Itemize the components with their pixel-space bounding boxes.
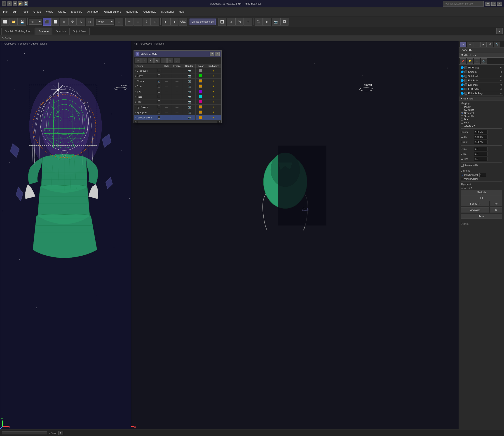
layer-hide-cell[interactable]: ──: [162, 105, 171, 110]
params-section-header[interactable]: ▾ Paramete: [459, 97, 504, 101]
realworld-checkbox[interactable]: [461, 164, 464, 167]
minimize-button[interactable]: ─: [486, 2, 490, 6]
panel-utils-tab[interactable]: 🔧: [494, 42, 500, 47]
tab-object-paint[interactable]: Object Paint: [69, 27, 90, 35]
modifier-settings-icon[interactable]: ⚙: [500, 75, 502, 78]
save-btn[interactable]: 💾: [18, 18, 26, 26]
menu-group[interactable]: Group: [31, 9, 43, 14]
layer-render-cell[interactable]: 📷: [183, 94, 196, 100]
layer-hide-cell[interactable]: ──: [162, 68, 171, 73]
layer-active-check[interactable]: [158, 106, 160, 108]
dialog-scrollbar[interactable]: ◀ ▶: [134, 120, 221, 123]
layer-add-btn[interactable]: +: [148, 58, 154, 63]
modifier-item[interactable]: Smooth ⚙: [460, 70, 503, 74]
layer-color-swatch[interactable]: [199, 95, 202, 98]
keyword-search[interactable]: [443, 1, 484, 7]
layer-check-cell[interactable]: ✓: [156, 79, 162, 84]
layer-freeze-cell[interactable]: ──: [171, 84, 183, 89]
layer-render-cell[interactable]: 📷: [183, 110, 196, 115]
mod-nav-light-btn[interactable]: 💡: [467, 58, 473, 64]
layer-check-cell[interactable]: [156, 73, 162, 79]
layer-radiosity-cell[interactable]: ☀: [206, 73, 221, 79]
modifier-eye-toggle[interactable]: [464, 79, 467, 82]
modifier-item[interactable]: FFD 3x3x3 ⚙: [460, 87, 503, 91]
menu-file[interactable]: File: [1, 9, 10, 14]
spinner-snap-btn[interactable]: ⊞: [244, 18, 252, 26]
layer-color-cell[interactable]: [195, 100, 206, 105]
layer-btn[interactable]: ≡: [115, 18, 123, 26]
mapping-option-4[interactable]: Box: [461, 118, 502, 121]
layer-hide-cell[interactable]: ──: [162, 84, 171, 89]
mirror-btn[interactable]: ⇔: [125, 18, 134, 26]
view-align-btn[interactable]: View Align: [461, 208, 489, 212]
layer-render-cell[interactable]: 📷: [183, 68, 196, 73]
layer-freeze-cell[interactable]: ──: [171, 79, 183, 84]
layer-radiosity-cell[interactable]: ☀: [206, 105, 221, 110]
layer-hide-cell[interactable]: ──: [162, 94, 171, 100]
panel-create-tab[interactable]: ✦: [460, 42, 466, 47]
layer-active-check[interactable]: ✓: [158, 80, 160, 82]
modifier-eye-toggle[interactable]: [464, 75, 467, 78]
mapping-option-6[interactable]: XYZ to UV: [461, 125, 502, 127]
layer-color-cell[interactable]: [195, 89, 206, 94]
layer-scroll[interactable]: Layers Hide Freeze Render Color Radiosit…: [134, 64, 221, 120]
modifier-settings-icon[interactable]: ⚙: [500, 84, 502, 86]
layer-row[interactable]: ≡ 0 (default) ── ── 📷 ☀: [134, 68, 221, 73]
layer-refresh-btn[interactable]: ↻: [135, 58, 141, 63]
select-region-btn[interactable]: ⬜: [51, 18, 59, 26]
viewport-right[interactable]: [ + ] [ Perspective ] [ Shaded ] FRONT: [131, 41, 459, 429]
layer-hide-cell[interactable]: ──: [162, 115, 171, 120]
render-frame-btn[interactable]: 📷: [272, 18, 280, 26]
layer-color-swatch[interactable]: [199, 69, 202, 72]
layer-active-check[interactable]: [158, 100, 160, 103]
wtile-input[interactable]: [474, 157, 488, 161]
undo-icon[interactable]: ↪: [13, 1, 17, 6]
layer-active-check[interactable]: [158, 69, 160, 72]
layer-render-cell[interactable]: 📷: [183, 84, 196, 89]
save-icon[interactable]: 💾: [24, 1, 28, 6]
snap-btn[interactable]: 🔳: [218, 18, 226, 26]
layer-active-check[interactable]: [158, 111, 160, 113]
viewport-dropdown[interactable]: View: [96, 19, 114, 25]
layer-freeze-cell[interactable]: ──: [171, 68, 183, 73]
manipulate-btn[interactable]: Manipula: [461, 190, 502, 195]
menu-customize[interactable]: Customize: [141, 9, 159, 14]
tab-selection[interactable]: Selection: [52, 27, 69, 35]
r-btn[interactable]: R: [490, 208, 502, 212]
move-btn[interactable]: ✛: [68, 18, 77, 26]
layer-row[interactable]: ≡ Coat ── ── 📷 ☀: [134, 84, 221, 89]
layer-row[interactable]: ≡ Hair ── ── 📷 ☀: [134, 100, 221, 105]
layer-check-cell[interactable]: [156, 105, 162, 110]
layer-color-swatch[interactable]: [199, 105, 202, 109]
layer-active-check[interactable]: [158, 85, 160, 88]
new-scene-btn[interactable]: ⬜: [1, 18, 9, 26]
dialog-question-btn[interactable]: ?: [210, 52, 214, 56]
layer-render-cell[interactable]: 📷: [183, 89, 196, 94]
layer-render-cell[interactable]: 📷: [183, 105, 196, 110]
layer-freeze-cell[interactable]: ──: [171, 73, 183, 79]
layer-expand-btn[interactable]: ⤡: [167, 58, 173, 63]
mapping-option-0[interactable]: Planar: [461, 106, 502, 108]
modifier-eye-toggle[interactable]: [464, 92, 467, 95]
progress-arrow-btn[interactable]: ▶: [58, 431, 63, 435]
layer-active-check[interactable]: [158, 116, 160, 119]
layer-active-check[interactable]: [158, 90, 160, 93]
menu-views[interactable]: Views: [44, 9, 55, 14]
layer-color-swatch[interactable]: [199, 110, 202, 114]
timeline-btn[interactable]: ▶: [162, 18, 170, 26]
modifier-eye-toggle[interactable]: [464, 66, 467, 69]
viewport-left[interactable]: [ Perspective ] [ Shaded + Edged Faces ]: [0, 41, 131, 429]
layer-active-check[interactable]: [158, 74, 160, 77]
graphite-extra-btn[interactable]: ▾: [496, 28, 503, 34]
align-x-radio[interactable]: X: [461, 186, 466, 189]
layer-hide-cell[interactable]: ──: [162, 110, 171, 115]
modifier-item[interactable]: Subdivide ⚙: [460, 74, 503, 78]
array-btn[interactable]: ⊞: [151, 18, 159, 26]
layer-hide-cell[interactable]: ──: [162, 100, 171, 105]
open-icon[interactable]: 📁: [18, 1, 23, 6]
modifier-item[interactable]: Editable Poly ⚙: [460, 91, 503, 96]
layer-color-cell[interactable]: [195, 94, 206, 100]
layer-row[interactable]: ≡ Eye ── ── 📷 ☀: [134, 89, 221, 94]
layer-radiosity-cell[interactable]: ☀: [206, 110, 221, 115]
layer-active-check[interactable]: [158, 95, 160, 98]
